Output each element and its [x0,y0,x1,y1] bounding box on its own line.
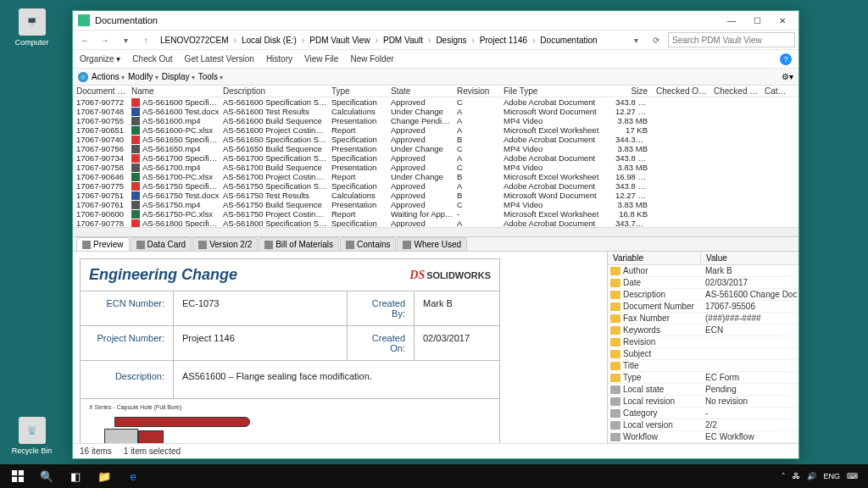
col-file-type[interactable]: File Type [500,86,612,96]
property-row[interactable]: Revision [608,336,798,348]
modify-menu[interactable]: Modify [128,72,159,81]
close-button[interactable]: ✕ [770,12,795,29]
prop-header-variable[interactable]: Variable [608,252,701,264]
status-selected-count: 1 item selected [124,446,181,456]
breadcrumb-segment[interactable]: PDM Vault [381,35,426,46]
history-button[interactable]: History [266,54,292,64]
col-document-number[interactable]: Document Number [73,86,128,96]
tray-chevron-icon[interactable]: ˄ [782,472,786,480]
start-button[interactable] [3,464,32,488]
property-row[interactable]: TypeEC Form [608,372,798,384]
breadcrumb-dropdown[interactable]: ▾ [627,31,644,48]
tools-menu[interactable]: Tools [198,72,224,81]
tray-language[interactable]: ENG [823,472,840,480]
breadcrumb-segment[interactable]: Documentation [537,35,599,46]
actions-menu[interactable]: Actions [92,72,125,81]
table-row[interactable]: 17067-90761AS-561750.mp4AS-561750 Build … [73,200,798,209]
newfolder-button[interactable]: New Folder [350,54,393,64]
nav-dropdown-button[interactable]: ▾ [117,31,134,48]
property-row[interactable]: KeywordsECN [608,324,798,336]
property-row[interactable]: Local version2/2 [608,419,798,431]
nav-up-button[interactable]: ↑ [137,31,154,48]
minimize-button[interactable]: — [719,12,744,29]
help-icon[interactable]: ? [780,53,792,65]
tray-network-icon[interactable]: 🖧 [793,472,800,480]
table-row[interactable]: 17067-90775AS-561750 Specification.pdfAS… [73,181,798,191]
property-row[interactable]: WorkflowEC Workflow [608,431,798,443]
table-row[interactable]: 17067-90734AS-561700 Specification.pdfAS… [73,153,798,163]
system-tray[interactable]: ˄ 🖧 🔊 ENG ⌨ [782,472,865,480]
settings-icon[interactable]: ⚙▾ [782,72,793,81]
bom-icon [264,241,273,249]
desktop-recycle-icon[interactable]: 🗑️ Recycle Bin [8,417,55,455]
nav-forward-button[interactable]: → [97,31,114,48]
table-row[interactable]: 17067-90651AS-561600-PC.xlsxAS-561600 Pr… [73,125,798,135]
contains-icon [346,241,354,249]
tray-sound-icon[interactable]: 🔊 [807,472,816,480]
tab-contains[interactable]: Contains [340,237,396,251]
tab-bom[interactable]: Bill of Materials [259,237,339,251]
breadcrumb-segment[interactable]: Local Disk (E:) [239,35,299,46]
preview-pane[interactable]: Engineering Change DSSOLIDWORKS ECN Numb… [73,252,607,443]
search-taskbar-button[interactable]: 🔍 [32,464,61,488]
tab-preview[interactable]: Preview [76,237,130,251]
search-input[interactable] [668,32,795,47]
desktop-computer-icon[interactable]: 🖥️ Computer [8,8,55,47]
tab-version[interactable]: Version 2/2 [192,237,258,251]
property-row[interactable]: Document Number17067-95506 [608,301,798,313]
property-row[interactable]: AuthorMark B [608,265,798,277]
description-label: Description: [81,361,174,398]
col-name[interactable]: Name [128,86,220,96]
horizontal-scrollbar[interactable] [73,227,798,236]
breadcrumb-segment[interactable]: Project 1146 [477,35,530,46]
col-revision[interactable]: Revision [453,86,500,96]
property-row[interactable]: Date02/03/2017 [608,277,798,289]
col-checked-out-in[interactable]: Checked Out In [710,86,761,96]
col-description[interactable]: Description [220,86,328,96]
taskview-button[interactable]: ◧ [61,464,90,488]
property-row[interactable]: Category- [608,408,798,419]
property-row[interactable]: Local statePending [608,384,798,396]
viewfile-button[interactable]: View File [304,54,338,64]
table-row[interactable]: 17067-90751AS-561750 Test.docxAS-561750 … [73,191,798,200]
nav-back-button[interactable]: ← [76,31,93,48]
tab-data-card[interactable]: Data Card [131,237,192,251]
tab-where-used[interactable]: Where Used [397,237,467,251]
table-row[interactable]: 17067-90756AS-561650.mp4AS-561650 Build … [73,144,798,153]
table-row[interactable]: 17067-90772AS-561600 Specification.pdfAS… [73,97,798,107]
ie-taskbar-icon[interactable]: e [119,464,147,488]
file-list-body[interactable]: 17067-90772AS-561600 Specification.pdfAS… [73,97,798,227]
table-row[interactable]: 17067-90755AS-561600.mp4AS-561600 Build … [73,116,798,125]
property-row[interactable]: Fax Number(###)###-#### [608,313,798,324]
col-checked-out-by[interactable]: Checked Out By [653,86,710,96]
getlatest-button[interactable]: Get Latest Version [185,54,254,64]
checkout-button[interactable]: Check Out [132,54,172,64]
organize-menu[interactable]: Organize ▾ [80,54,120,64]
table-row[interactable]: 17067-90600AS-561750-PC.xlsxAS-561750 Pr… [73,209,798,219]
col-size[interactable]: Size [612,86,653,96]
display-menu[interactable]: Display [162,72,195,81]
col-type[interactable]: Type [328,86,387,96]
prop-header-value[interactable]: Value [701,252,798,264]
col-state[interactable]: State [387,86,453,96]
col-category[interactable]: Category [761,86,791,96]
breadcrumb-segment[interactable]: Designs [433,35,469,46]
breadcrumb[interactable]: LENOVO272CEM›Local Disk (E:)›PDM Vault V… [158,35,624,46]
breadcrumb-segment[interactable]: LENOVO272CEM [158,35,231,46]
property-row[interactable]: DescriptionAS-561600 Change Doc [608,289,798,301]
property-row[interactable]: Local revisionNo revision [608,396,798,408]
maximize-button[interactable]: ☐ [744,12,770,29]
table-row[interactable]: 17067-90748AS-561600 Test.docxAS-561600 … [73,107,798,116]
table-row[interactable]: 17067-90646AS-561700-PC.xlsxAS-561700 Pr… [73,172,798,181]
refresh-button[interactable]: ⟳ [648,31,665,48]
table-row[interactable]: 17067-90778AS-561800 Specification.pdfAS… [73,219,798,227]
created-by-value: Mark B [415,291,499,325]
ecn-label: ECN Number: [81,291,174,325]
property-row[interactable]: Subject [608,348,798,360]
breadcrumb-segment[interactable]: PDM Vault View [307,35,372,46]
table-row[interactable]: 17067-90758AS-561700.mp4AS-561700 Build … [73,163,798,172]
file-explorer-taskbar-icon[interactable]: 📁 [90,464,119,488]
tray-keyboard-icon[interactable]: ⌨ [847,472,858,480]
property-row[interactable]: Title [608,360,798,372]
table-row[interactable]: 17067-90740AS-561650 Specification.pdfAS… [73,135,798,144]
